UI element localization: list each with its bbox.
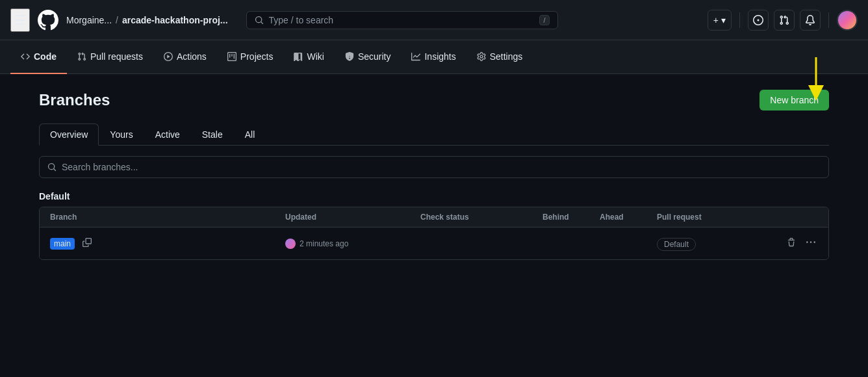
new-branch-button[interactable]: New branch xyxy=(760,90,829,110)
tab-actions[interactable]: Actions xyxy=(153,40,217,74)
table-row: main 2 minutes ago Default xyxy=(40,228,828,259)
commit-avatar xyxy=(285,239,296,249)
branch-tab-all[interactable]: All xyxy=(234,124,266,146)
tab-settings-label: Settings xyxy=(490,51,523,62)
search-branches-icon xyxy=(47,162,57,172)
branch-tab-overview[interactable]: Overview xyxy=(39,124,99,146)
nav-actions: + ▾ xyxy=(708,10,858,31)
tab-pull-requests[interactable]: Pull requests xyxy=(67,40,153,74)
insights-icon xyxy=(411,52,420,61)
tab-projects[interactable]: Projects xyxy=(217,40,284,74)
updated-cell: 2 minutes ago xyxy=(285,239,415,249)
breadcrumb: Morgaine... / arcade-hackathon-proj... xyxy=(66,15,228,25)
search-icon xyxy=(255,16,264,25)
branches-table: Branch Updated Check status Behind Ahead… xyxy=(39,207,829,260)
create-dropdown-icon: ▾ xyxy=(721,15,726,25)
security-icon xyxy=(345,52,354,61)
branch-tab-stale[interactable]: Stale xyxy=(191,124,234,146)
copy-branch-button[interactable] xyxy=(80,237,94,250)
nav-divider-2 xyxy=(828,12,829,28)
tab-insights-label: Insights xyxy=(424,51,455,62)
nav-divider-1 xyxy=(739,12,740,28)
create-button[interactable]: + ▾ xyxy=(708,10,732,31)
header-updated: Updated xyxy=(285,213,415,222)
section-title: Default xyxy=(39,191,829,202)
branch-search[interactable] xyxy=(39,156,829,178)
branch-name-cell: main xyxy=(50,237,280,250)
search-branches-input[interactable] xyxy=(62,162,821,172)
tab-actions-label: Actions xyxy=(177,51,207,62)
header-branch: Branch xyxy=(50,213,280,222)
breadcrumb-separator: / xyxy=(116,15,118,25)
tab-security-label: Security xyxy=(358,51,391,62)
trash-icon xyxy=(787,238,796,247)
issues-button[interactable] xyxy=(748,10,769,31)
more-options-button[interactable] xyxy=(804,235,818,252)
copy-icon xyxy=(83,238,92,247)
breadcrumb-user[interactable]: Morgaine... xyxy=(66,15,112,25)
tab-code[interactable]: Code xyxy=(10,40,67,74)
tab-wiki[interactable]: Wiki xyxy=(283,40,334,74)
tab-settings[interactable]: Settings xyxy=(466,40,533,74)
actions-icon xyxy=(164,52,173,61)
delete-branch-button[interactable] xyxy=(784,235,798,252)
branch-tab-yours[interactable]: Yours xyxy=(99,124,144,146)
pull-requests-button[interactable] xyxy=(774,10,795,31)
branch-tab-active[interactable]: Active xyxy=(144,124,191,146)
page-header: Branches New branch xyxy=(39,90,829,110)
breadcrumb-repo[interactable]: arcade-hackathon-proj... xyxy=(122,15,228,25)
hamburger-menu[interactable]: ☰ xyxy=(10,8,30,32)
branch-name-badge[interactable]: main xyxy=(50,238,75,250)
action-icons xyxy=(766,235,818,252)
wiki-icon xyxy=(294,52,303,61)
pull-request-icon xyxy=(77,52,86,61)
search-placeholder: Type / to search xyxy=(269,15,535,25)
default-section: Default Branch Updated Check status Behi… xyxy=(39,191,829,260)
code-icon xyxy=(21,52,30,61)
search-shortcut: / xyxy=(539,15,549,25)
updated-time: 2 minutes ago xyxy=(300,239,348,248)
header-actions xyxy=(766,213,818,222)
main-content: Branches New branch Overview Yours Activ… xyxy=(18,74,850,276)
header-pull-request: Pull request xyxy=(657,213,761,222)
pull-request-cell: Default xyxy=(657,239,761,249)
default-badge: Default xyxy=(657,238,696,251)
settings-icon xyxy=(477,52,486,61)
more-options-icon xyxy=(806,238,815,247)
tab-wiki-label: Wiki xyxy=(307,51,324,62)
github-logo[interactable] xyxy=(38,10,58,31)
avatar[interactable] xyxy=(837,10,858,31)
global-search[interactable]: Type / to search / xyxy=(246,11,558,29)
tab-pull-requests-label: Pull requests xyxy=(90,51,143,62)
tab-code-label: Code xyxy=(34,51,57,62)
tab-security[interactable]: Security xyxy=(335,40,402,74)
top-navigation: ☰ Morgaine... / arcade-hackathon-proj...… xyxy=(0,0,868,40)
repo-navigation: Code Pull requests Actions Projects Wiki… xyxy=(0,40,868,74)
header-check-status: Check status xyxy=(420,213,537,222)
header-ahead: Ahead xyxy=(600,213,652,222)
header-behind: Behind xyxy=(542,213,594,222)
notifications-button[interactable] xyxy=(800,10,821,31)
table-header: Branch Updated Check status Behind Ahead… xyxy=(40,207,828,228)
tab-insights[interactable]: Insights xyxy=(401,40,466,74)
projects-icon xyxy=(227,52,236,61)
tab-projects-label: Projects xyxy=(240,51,274,62)
page-title: Branches xyxy=(39,91,110,109)
branch-tabs: Overview Yours Active Stale All xyxy=(39,124,829,146)
